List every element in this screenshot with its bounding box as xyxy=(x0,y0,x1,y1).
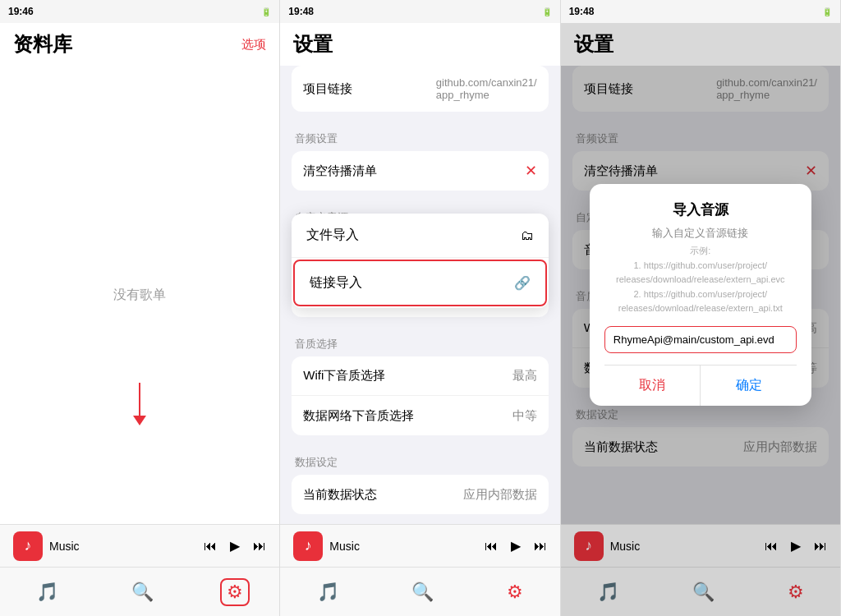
player-bar-1: ♪ Music ⏮ ▶ ⏭ xyxy=(0,524,279,567)
library-content: 没有歌单 xyxy=(0,66,279,524)
panel-settings: 19:48 🔋 设置 项目链接 github.com/canxin21/app_… xyxy=(280,0,560,616)
dialog-confirm-button[interactable]: 确定 xyxy=(700,365,797,406)
data-section-label: 数据设定 xyxy=(292,444,548,475)
tab-library-3[interactable]: 🎵 xyxy=(591,578,626,606)
dialog-cancel-button[interactable]: 取消 xyxy=(604,365,701,406)
data-quality-label: 数据网络下音质选择 xyxy=(303,408,414,424)
next-button-2[interactable]: ⏭ xyxy=(534,539,547,554)
player-controls-1: ⏮ ▶ ⏭ xyxy=(204,538,266,554)
tab-library-2[interactable]: 🎵 xyxy=(310,578,346,606)
tab-settings-icon-1: ⚙ xyxy=(227,582,243,603)
play-button-3[interactable]: ▶ xyxy=(791,538,801,554)
tab-settings-icon-3: ⚙ xyxy=(788,582,804,603)
status-icons-3: 🔋 xyxy=(822,7,832,16)
data-card: 当前数据状态 应用内部数据 xyxy=(292,475,548,514)
link-import-row[interactable]: 链接导入 🔗 xyxy=(293,260,546,306)
status-bar-3: 19:48 🔋 xyxy=(561,0,840,23)
settings-header-3: 设置 xyxy=(561,23,840,66)
player-controls-3: ⏮ ▶ ⏭ xyxy=(765,538,827,554)
project-link-value: github.com/canxin21/app_rhyme xyxy=(436,76,537,101)
player-controls-2: ⏮ ▶ ⏭ xyxy=(485,538,547,554)
arrow-head xyxy=(133,416,146,425)
prev-button-2[interactable]: ⏮ xyxy=(485,539,498,554)
library-empty-text: 没有歌单 xyxy=(0,66,279,524)
app-icon-3: ♪ xyxy=(574,531,604,561)
tab-search-2[interactable]: 🔍 xyxy=(405,578,440,606)
tab-search-icon-3: 🔍 xyxy=(692,582,715,603)
tab-bar-1: 🎵 🔍 ⚙ xyxy=(0,567,279,616)
time-1: 19:46 xyxy=(8,6,34,17)
link-import-icon: 🔗 xyxy=(514,275,531,291)
app-name-2: Music xyxy=(329,540,360,553)
dialog-title: 导入音源 xyxy=(604,200,797,219)
wifi-quality-row[interactable]: Wifi下音质选择 最高 xyxy=(292,356,548,396)
clear-queue-row[interactable]: 清空待播清单 ✕ xyxy=(292,151,548,191)
tab-settings-icon-2: ⚙ xyxy=(507,582,523,603)
data-status-row: 当前数据状态 应用内部数据 xyxy=(292,475,548,514)
tab-search-icon-2: 🔍 xyxy=(411,582,434,603)
arrow-indicator xyxy=(133,383,146,425)
next-button-3[interactable]: ⏭ xyxy=(814,539,827,554)
dialog-overlay: 导入音源 输入自定义音源链接 示例: 1. https://github.com… xyxy=(561,66,840,524)
status-icons-1: 🔋 xyxy=(261,7,271,16)
file-import-label: 文件导入 xyxy=(306,227,359,244)
data-quality-row[interactable]: 数据网络下音质选择 中等 xyxy=(292,396,548,435)
tab-search-1[interactable]: 🔍 xyxy=(125,578,160,606)
tab-library-icon-2: 🎵 xyxy=(317,582,339,603)
settings-title-3: 设置 xyxy=(574,31,614,57)
settings-title-2: 设置 xyxy=(293,31,333,57)
app-icon-1: ♪ xyxy=(13,531,43,561)
audio-section-label: 音频设置 xyxy=(292,120,548,151)
link-import-label: 链接导入 xyxy=(310,274,362,292)
next-button-1[interactable]: ⏭ xyxy=(253,539,266,554)
example-label: 示例: xyxy=(690,246,710,255)
prev-button-3[interactable]: ⏮ xyxy=(765,539,778,554)
file-import-row[interactable]: 文件导入 🗂 xyxy=(292,214,548,258)
app-name-3: Music xyxy=(610,540,641,553)
tab-bar-3: 🎵 🔍 ⚙ xyxy=(561,567,840,616)
file-import-icon: 🗂 xyxy=(521,228,534,243)
wifi-quality-value: 最高 xyxy=(512,368,537,384)
tab-search-icon-1: 🔍 xyxy=(131,582,154,603)
project-link-card: 项目链接 github.com/canxin21/app_rhyme xyxy=(292,66,548,112)
tab-search-3[interactable]: 🔍 xyxy=(686,578,721,606)
clear-queue-icon: ✕ xyxy=(525,162,537,180)
dialog-buttons: 取消 确定 xyxy=(604,365,797,406)
settings-header-2: 设置 xyxy=(280,23,559,66)
status-icons-2: 🔋 xyxy=(542,7,552,16)
settings-content-area-3: 项目链接 github.com/canxin21/app_rhyme 音频设置 … xyxy=(561,66,840,524)
import-source-dialog: 导入音源 输入自定义音源链接 示例: 1. https://github.com… xyxy=(590,184,811,406)
data-quality-value: 中等 xyxy=(512,408,537,424)
dialog-example: 示例: 1. https://github.com/user/project/r… xyxy=(604,244,797,316)
time-3: 19:48 xyxy=(569,6,595,17)
player-bar-2: ♪ Music ⏮ ▶ ⏭ xyxy=(280,524,559,567)
example-1: 1. https://github.com/user/project/relea… xyxy=(616,260,784,285)
app-icon-2: ♪ xyxy=(293,531,323,561)
project-link-row: 项目链接 github.com/canxin21/app_rhyme xyxy=(292,66,548,112)
wifi-quality-label: Wifi下音质选择 xyxy=(303,368,385,384)
play-button-2[interactable]: ▶ xyxy=(511,538,521,554)
tab-library-1[interactable]: 🎵 xyxy=(30,578,65,606)
status-bar-2: 19:48 🔋 xyxy=(280,0,559,23)
link-input[interactable] xyxy=(604,326,797,353)
play-button-1[interactable]: ▶ xyxy=(230,538,240,554)
import-popup: 文件导入 🗂 链接导入 🔗 xyxy=(292,214,548,308)
arrow-line xyxy=(139,383,140,416)
status-bar-1: 19:46 🔋 xyxy=(0,0,279,23)
tab-settings-1[interactable]: ⚙ xyxy=(220,578,250,606)
prev-button-1[interactable]: ⏮ xyxy=(204,539,217,554)
quality-card: Wifi下音质选择 最高 数据网络下音质选择 中等 xyxy=(292,356,548,435)
tab-library-icon-3: 🎵 xyxy=(597,582,619,603)
tab-library-icon-1: 🎵 xyxy=(36,582,58,603)
data-status-label: 当前数据状态 xyxy=(303,487,377,503)
time-2: 19:48 xyxy=(288,6,314,17)
app-name-1: Music xyxy=(49,540,80,553)
library-action[interactable]: 选项 xyxy=(241,37,266,53)
tab-settings-3[interactable]: ⚙ xyxy=(781,578,811,606)
panel-settings-dialog: 19:48 🔋 设置 项目链接 github.com/canxin21/app_… xyxy=(561,0,841,616)
audio-card: 清空待播清单 ✕ xyxy=(292,151,548,191)
tab-settings-2[interactable]: ⚙ xyxy=(500,578,530,606)
tab-bar-2: 🎵 🔍 ⚙ xyxy=(280,567,559,616)
data-status-value: 应用内部数据 xyxy=(463,487,537,503)
project-link-label: 项目链接 xyxy=(303,81,352,97)
